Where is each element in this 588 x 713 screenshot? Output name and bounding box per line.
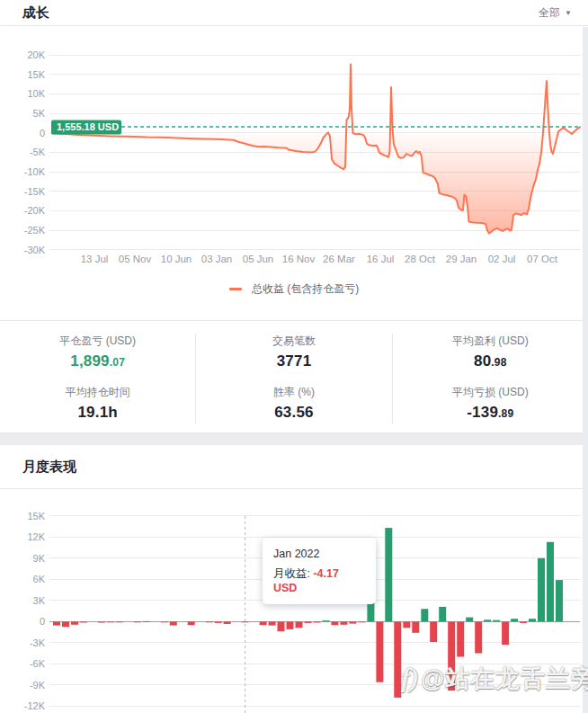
monthly-title: 月度表现 — [22, 459, 76, 476]
stats-panel: 平仓盈亏 (USD) 1,899.07 平均持仓时间 19.1h 交易笔数 37… — [0, 320, 588, 433]
y-axis-tick: -5K — [30, 147, 46, 157]
y-axis-tick: 3K — [33, 595, 46, 606]
monthly-bar-positive[interactable] — [385, 528, 392, 621]
equity-area-fill — [52, 64, 580, 233]
monthly-bar-positive[interactable] — [556, 580, 563, 621]
y-axis-tick: -10K — [24, 166, 46, 177]
monthly-bar-negative[interactable] — [340, 621, 347, 625]
section-divider — [0, 433, 588, 445]
stat-avg-holding-time: 平均持仓时间 19.1h — [0, 385, 195, 422]
stat-avg-loss: 平均亏损 (USD) -139.89 — [393, 385, 588, 422]
stats-col-3: 平均盈利 (USD) 80.98 平均亏损 (USD) -139.89 — [392, 334, 588, 423]
legend-label: 总收益 (包含持仓盈亏) — [252, 282, 359, 295]
monthly-bar-negative[interactable] — [242, 621, 249, 622]
y-axis-tick: 9K — [33, 553, 46, 564]
monthly-bar-negative[interactable] — [116, 621, 123, 622]
scrollbar-track[interactable] — [583, 27, 588, 713]
monthly-bar-negative[interactable] — [170, 621, 177, 625]
monthly-bar-negative[interactable] — [71, 621, 78, 625]
stats-col-1: 平仓盈亏 (USD) 1,899.07 平均持仓时间 19.1h — [0, 334, 195, 423]
monthly-bar-positive[interactable] — [421, 609, 428, 621]
monthly-bar-positive[interactable] — [529, 619, 536, 621]
y-axis-tick: 12K — [27, 531, 45, 542]
y-axis-tick: -12K — [24, 700, 46, 711]
monthly-bar-negative[interactable] — [358, 621, 365, 622]
stat-closed-pl: 平仓盈亏 (USD) 1,899.07 — [0, 334, 195, 370]
tooltip-month: Jan 2022 — [273, 548, 365, 560]
watermark: f)@站在龙舌兰旁 — [401, 663, 588, 695]
monthly-bar-positive[interactable] — [439, 607, 446, 621]
monthly-bar-positive[interactable] — [484, 619, 491, 621]
monthly-bar-negative[interactable] — [314, 621, 321, 622]
x-axis-tick: 13 Jul — [81, 254, 109, 264]
monthly-bar-negative[interactable] — [475, 621, 482, 653]
monthly-bar-negative[interactable] — [412, 621, 419, 633]
range-filter-dropdown[interactable]: 全部 ▼ — [539, 5, 572, 21]
y-axis-tick: -9K — [30, 680, 46, 691]
x-axis-tick: 28 Oct — [405, 254, 436, 264]
current-value-badge-label: 1,555.18 USD — [57, 121, 119, 132]
monthly-bar-negative[interactable] — [287, 621, 294, 629]
y-axis-tick: 15K — [27, 69, 45, 80]
monthly-bar-positive[interactable] — [493, 620, 500, 622]
monthly-section-header: 月度表现 — [0, 445, 588, 489]
monthly-bar-negative[interactable] — [161, 621, 168, 622]
growth-section-header: 成长 全部 ▼ — [0, 0, 588, 26]
monthly-bar-negative[interactable] — [349, 621, 356, 623]
monthly-bar-positive[interactable] — [547, 542, 554, 622]
monthly-bar-negative[interactable] — [98, 621, 105, 622]
monthly-bar-negative[interactable] — [331, 621, 338, 625]
monthly-bar-negative[interactable] — [188, 621, 195, 625]
monthly-bar-negative[interactable] — [278, 621, 285, 631]
monthly-bar-negative[interactable] — [520, 621, 527, 623]
monthly-bar-negative[interactable] — [269, 621, 276, 625]
monthly-bar-positive[interactable] — [538, 558, 545, 622]
x-axis-tick: 02 Jul — [488, 254, 516, 264]
range-filter-label: 全部 — [539, 5, 560, 21]
legend-line-marker — [229, 288, 242, 290]
growth-title: 成长 — [22, 4, 49, 22]
stat-avg-profit: 平均盈利 (USD) 80.98 — [393, 334, 588, 370]
monthly-bar-positive[interactable] — [466, 618, 473, 622]
stat-win-rate: 胜率 (%) 63.56 — [196, 385, 391, 422]
y-axis-tick: 0 — [40, 128, 45, 138]
y-axis-tick: 0 — [40, 616, 45, 627]
stat-total-trades: 交易笔数 3771 — [196, 334, 391, 370]
monthly-bar-negative[interactable] — [206, 621, 213, 622]
y-axis-tick: 20K — [27, 49, 45, 60]
monthly-bar-negative[interactable] — [296, 621, 303, 628]
chart-tooltip: Jan 2022 月收益: -4.17 USD — [263, 538, 376, 604]
x-axis-tick: 07 Oct — [527, 254, 558, 264]
monthly-bar-positive[interactable] — [323, 620, 330, 621]
monthly-bar-negative[interactable] — [53, 621, 60, 625]
watermark-text: @站在龙舌兰旁 — [421, 665, 588, 692]
monthly-bar-negative[interactable] — [376, 621, 383, 682]
monthly-bar-negative[interactable] — [305, 621, 312, 623]
monthly-bar-negative[interactable] — [215, 621, 222, 623]
tooltip-label: 月收益: — [273, 567, 313, 580]
y-axis-tick: -6K — [30, 658, 46, 669]
monthly-bar-negative[interactable] — [430, 621, 437, 642]
monthly-bar-negative[interactable] — [134, 621, 141, 622]
x-axis-tick: 10 Jun — [161, 254, 192, 264]
y-axis-tick: -3K — [30, 637, 46, 648]
monthly-bar-negative[interactable] — [224, 621, 231, 624]
monthly-bar-negative[interactable] — [457, 621, 464, 656]
monthly-bar-negative[interactable] — [403, 621, 410, 628]
y-axis-tick: -30K — [24, 245, 46, 255]
x-axis-tick: 03 Jan — [201, 254, 233, 264]
monthly-bar-negative[interactable] — [107, 621, 114, 622]
y-axis-tick: 5K — [33, 108, 46, 119]
monthly-bar-positive[interactable] — [143, 621, 150, 622]
x-axis-tick: 29 Jan — [446, 254, 477, 264]
monthly-bar-negative[interactable] — [502, 621, 509, 645]
monthly-bar-negative[interactable] — [62, 621, 69, 627]
x-axis-tick: 16 Jul — [367, 254, 395, 264]
monthly-bar-negative[interactable] — [260, 621, 267, 625]
x-axis-tick: 26 Mar — [323, 254, 355, 264]
stats-col-2: 交易笔数 3771 胜率 (%) 63.56 — [195, 334, 391, 423]
monthly-bar-negative[interactable] — [80, 621, 87, 622]
monthly-bar-positive[interactable] — [511, 619, 518, 621]
y-axis-tick: -15K — [24, 186, 46, 197]
growth-chart[interactable]: 20K15K10K5K0-5K-10K-15K-20K-25K-30K13 Ju… — [0, 27, 588, 274]
